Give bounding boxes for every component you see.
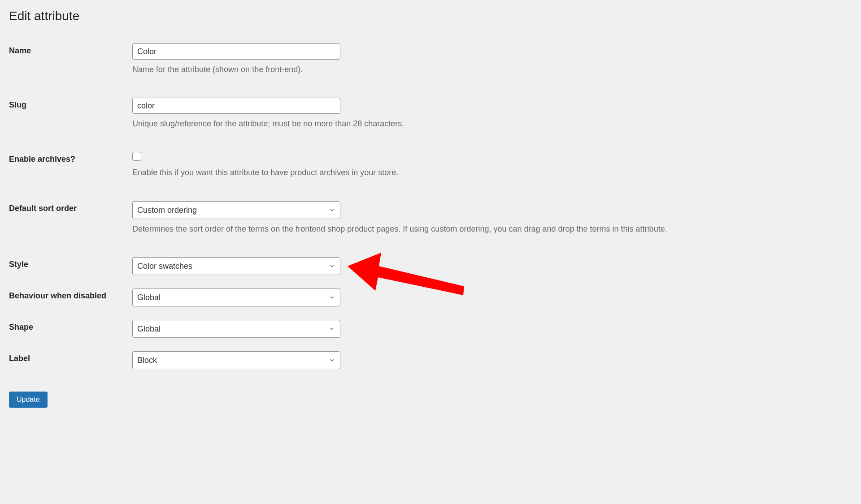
slug-label: Slug xyxy=(9,100,26,109)
name-row: Name Name for the attribute (shown on th… xyxy=(9,43,852,75)
default-sort-order-help: Determines the sort order of the terms o… xyxy=(132,224,852,235)
behaviour-disabled-row: Behaviour when disabled Global xyxy=(9,289,852,306)
slug-row: Slug Unique slug/reference for the attri… xyxy=(9,98,852,129)
enable-archives-checkbox[interactable] xyxy=(132,152,141,161)
style-select[interactable]: Color swatches xyxy=(132,257,340,275)
slug-help: Unique slug/reference for the attribute;… xyxy=(132,118,852,129)
default-sort-order-label: Default sort order xyxy=(9,204,77,213)
slug-input[interactable] xyxy=(132,98,340,114)
shape-select[interactable]: Global xyxy=(132,320,340,338)
enable-archives-help: Enable this if you want this attribute t… xyxy=(132,167,852,178)
name-input[interactable] xyxy=(132,43,340,60)
behaviour-disabled-select[interactable]: Global xyxy=(132,289,340,306)
default-sort-order-select[interactable]: Custom ordering xyxy=(132,201,340,219)
name-label: Name xyxy=(9,46,31,55)
label-field-label: Label xyxy=(9,354,30,363)
name-help: Name for the attribute (shown on the fro… xyxy=(132,64,852,75)
behaviour-disabled-label: Behaviour when disabled xyxy=(9,291,106,300)
style-label: Style xyxy=(9,260,28,269)
shape-label: Shape xyxy=(9,323,33,332)
enable-archives-label: Enable archives? xyxy=(9,155,75,164)
shape-row: Shape Global xyxy=(9,320,852,338)
page-title: Edit attribute xyxy=(9,9,852,23)
style-row: Style Color swatches xyxy=(9,257,852,275)
label-field-row: Label Block xyxy=(9,351,852,369)
enable-archives-row: Enable archives? Enable this if you want… xyxy=(9,152,852,178)
update-button[interactable]: Update xyxy=(9,392,48,408)
label-field-select[interactable]: Block xyxy=(132,351,340,369)
default-sort-order-row: Default sort order Custom ordering Deter… xyxy=(9,201,852,235)
